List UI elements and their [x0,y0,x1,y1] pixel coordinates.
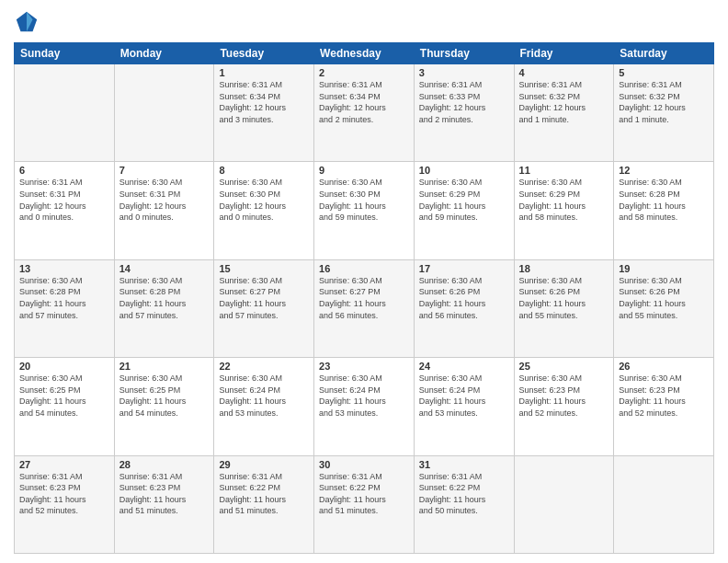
day-info: Sunrise: 6:31 AM Sunset: 6:34 PM Dayligh… [319,79,409,125]
day-info: Sunrise: 6:31 AM Sunset: 6:23 PM Dayligh… [119,471,210,517]
week-row-1: 1Sunrise: 6:31 AM Sunset: 6:34 PM Daylig… [15,64,714,162]
day-info: Sunrise: 6:30 AM Sunset: 6:28 PM Dayligh… [619,177,709,223]
weekday-header-monday: Monday [114,43,214,64]
day-cell: 11Sunrise: 6:30 AM Sunset: 6:29 PM Dayli… [514,162,614,259]
day-cell: 4Sunrise: 6:31 AM Sunset: 6:32 PM Daylig… [514,64,614,162]
day-number: 21 [119,361,210,372]
day-cell: 29Sunrise: 6:31 AM Sunset: 6:22 PM Dayli… [214,455,314,553]
day-number: 26 [619,361,709,372]
weekday-header-tuesday: Tuesday [214,43,314,64]
day-info: Sunrise: 6:30 AM Sunset: 6:29 PM Dayligh… [419,177,509,223]
week-row-3: 13Sunrise: 6:30 AM Sunset: 6:28 PM Dayli… [15,259,714,357]
day-cell: 12Sunrise: 6:30 AM Sunset: 6:28 PM Dayli… [614,162,714,259]
day-cell: 10Sunrise: 6:30 AM Sunset: 6:29 PM Dayli… [414,162,514,259]
weekday-header-saturday: Saturday [614,43,714,64]
day-cell: 14Sunrise: 6:30 AM Sunset: 6:28 PM Dayli… [114,259,214,357]
day-info: Sunrise: 6:30 AM Sunset: 6:23 PM Dayligh… [519,373,609,419]
day-number: 12 [619,165,709,176]
day-number: 18 [519,263,609,274]
day-info: Sunrise: 6:31 AM Sunset: 6:22 PM Dayligh… [319,471,409,517]
day-info: Sunrise: 6:30 AM Sunset: 6:23 PM Dayligh… [619,373,709,419]
day-number: 27 [19,459,109,470]
day-number: 24 [419,361,509,372]
day-number: 30 [319,459,409,470]
logo-icon [14,9,40,35]
day-cell: 7Sunrise: 6:30 AM Sunset: 6:31 PM Daylig… [114,162,214,259]
day-info: Sunrise: 6:30 AM Sunset: 6:24 PM Dayligh… [419,373,509,419]
week-row-2: 6Sunrise: 6:31 AM Sunset: 6:31 PM Daylig… [15,162,714,259]
day-number: 14 [119,263,210,274]
day-info: Sunrise: 6:30 AM Sunset: 6:25 PM Dayligh… [19,373,109,419]
weekday-header-wednesday: Wednesday [314,43,415,64]
weekday-header-sunday: Sunday [15,43,115,64]
week-row-5: 27Sunrise: 6:31 AM Sunset: 6:23 PM Dayli… [15,455,714,553]
day-info: Sunrise: 6:30 AM Sunset: 6:28 PM Dayligh… [119,275,210,321]
day-info: Sunrise: 6:31 AM Sunset: 6:22 PM Dayligh… [219,471,309,517]
day-info: Sunrise: 6:30 AM Sunset: 6:27 PM Dayligh… [319,275,409,321]
weekday-header-row: SundayMondayTuesdayWednesdayThursdayFrid… [15,43,714,64]
day-info: Sunrise: 6:30 AM Sunset: 6:29 PM Dayligh… [519,177,609,223]
day-number: 3 [419,67,509,78]
day-number: 22 [219,361,309,372]
day-info: Sunrise: 6:30 AM Sunset: 6:24 PM Dayligh… [219,373,309,419]
day-info: Sunrise: 6:30 AM Sunset: 6:25 PM Dayligh… [119,373,210,419]
day-info: Sunrise: 6:30 AM Sunset: 6:26 PM Dayligh… [619,275,709,321]
weekday-header-thursday: Thursday [414,43,514,64]
day-number: 19 [619,263,709,274]
day-info: Sunrise: 6:31 AM Sunset: 6:31 PM Dayligh… [19,177,109,223]
day-cell: 3Sunrise: 6:31 AM Sunset: 6:33 PM Daylig… [414,64,514,162]
day-cell [114,64,214,162]
day-info: Sunrise: 6:30 AM Sunset: 6:24 PM Dayligh… [319,373,409,419]
day-info: Sunrise: 6:30 AM Sunset: 6:30 PM Dayligh… [319,177,409,223]
day-info: Sunrise: 6:30 AM Sunset: 6:26 PM Dayligh… [419,275,509,321]
day-cell: 19Sunrise: 6:30 AM Sunset: 6:26 PM Dayli… [614,259,714,357]
day-cell: 28Sunrise: 6:31 AM Sunset: 6:23 PM Dayli… [114,455,214,553]
day-number: 6 [19,165,109,176]
day-number: 7 [119,165,210,176]
day-info: Sunrise: 6:31 AM Sunset: 6:32 PM Dayligh… [519,79,609,125]
day-number: 10 [419,165,509,176]
day-number: 11 [519,165,609,176]
day-number: 2 [319,67,409,78]
day-cell [614,455,714,553]
day-info: Sunrise: 6:30 AM Sunset: 6:26 PM Dayligh… [519,275,609,321]
day-number: 23 [319,361,409,372]
day-info: Sunrise: 6:31 AM Sunset: 6:22 PM Dayligh… [419,471,509,517]
day-cell: 25Sunrise: 6:30 AM Sunset: 6:23 PM Dayli… [514,358,614,455]
day-info: Sunrise: 6:30 AM Sunset: 6:28 PM Dayligh… [19,275,109,321]
day-number: 1 [219,67,309,78]
calendar-table: SundayMondayTuesdayWednesdayThursdayFrid… [14,42,714,554]
day-number: 29 [219,459,309,470]
day-cell: 2Sunrise: 6:31 AM Sunset: 6:34 PM Daylig… [314,64,415,162]
day-number: 17 [419,263,509,274]
day-number: 16 [319,263,409,274]
weekday-header-friday: Friday [514,43,614,64]
day-number: 5 [619,67,709,78]
day-number: 28 [119,459,210,470]
day-cell: 17Sunrise: 6:30 AM Sunset: 6:26 PM Dayli… [414,259,514,357]
day-cell: 6Sunrise: 6:31 AM Sunset: 6:31 PM Daylig… [15,162,115,259]
day-cell: 20Sunrise: 6:30 AM Sunset: 6:25 PM Dayli… [15,358,115,455]
day-cell: 8Sunrise: 6:30 AM Sunset: 6:30 PM Daylig… [214,162,314,259]
day-cell: 13Sunrise: 6:30 AM Sunset: 6:28 PM Dayli… [15,259,115,357]
day-number: 25 [519,361,609,372]
day-cell: 30Sunrise: 6:31 AM Sunset: 6:22 PM Dayli… [314,455,415,553]
day-cell: 27Sunrise: 6:31 AM Sunset: 6:23 PM Dayli… [15,455,115,553]
day-number: 20 [19,361,109,372]
day-cell [514,455,614,553]
day-cell: 24Sunrise: 6:30 AM Sunset: 6:24 PM Dayli… [414,358,514,455]
day-number: 13 [19,263,109,274]
page: SundayMondayTuesdayWednesdayThursdayFrid… [0,0,728,563]
day-cell: 22Sunrise: 6:30 AM Sunset: 6:24 PM Dayli… [214,358,314,455]
logo [14,9,43,35]
header [14,9,714,35]
day-info: Sunrise: 6:31 AM Sunset: 6:23 PM Dayligh… [19,471,109,517]
day-cell: 18Sunrise: 6:30 AM Sunset: 6:26 PM Dayli… [514,259,614,357]
day-number: 8 [219,165,309,176]
day-cell: 26Sunrise: 6:30 AM Sunset: 6:23 PM Dayli… [614,358,714,455]
day-number: 4 [519,67,609,78]
day-info: Sunrise: 6:31 AM Sunset: 6:33 PM Dayligh… [419,79,509,125]
day-cell: 1Sunrise: 6:31 AM Sunset: 6:34 PM Daylig… [214,64,314,162]
day-number: 9 [319,165,409,176]
day-cell: 23Sunrise: 6:30 AM Sunset: 6:24 PM Dayli… [314,358,415,455]
